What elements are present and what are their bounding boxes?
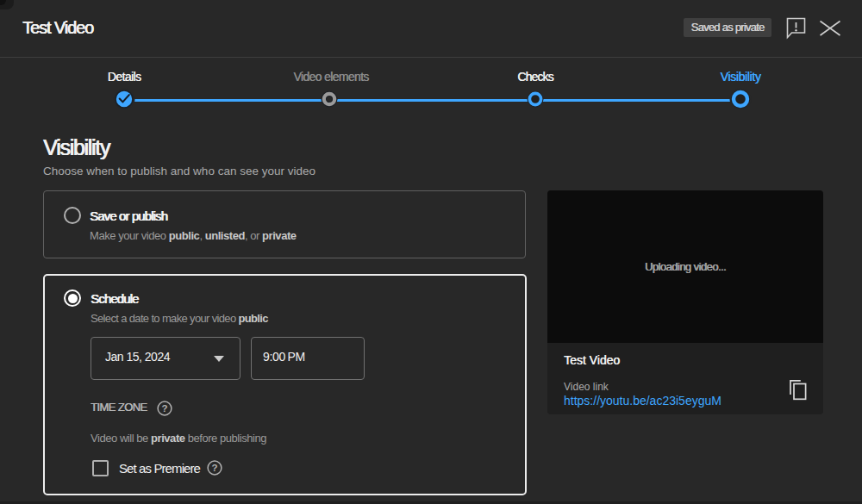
svg-text:?: ?: [211, 463, 217, 473]
svg-text:?: ?: [161, 403, 167, 414]
